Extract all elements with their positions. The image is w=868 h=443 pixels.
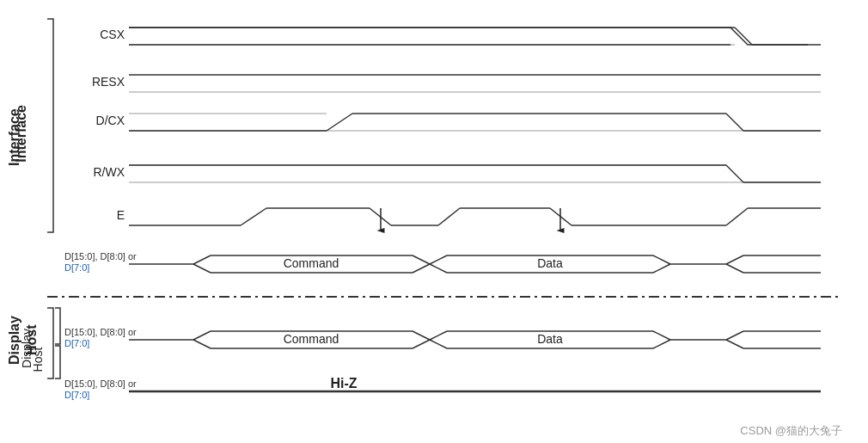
svg-line-33 (193, 255, 211, 264)
svg-text:D[7:0]: D[7:0] (64, 338, 89, 348)
svg-line-65 (726, 331, 743, 340)
svg-text:Data: Data (537, 332, 563, 346)
svg-line-41 (653, 255, 670, 264)
svg-text:Command: Command (284, 332, 339, 346)
svg-line-38 (413, 264, 430, 273)
timing-diagram-container: Interface Display Host (0, 0, 868, 443)
svg-line-35 (413, 255, 430, 264)
svg-line-36 (193, 264, 211, 273)
svg-text:D/CX: D/CX (96, 114, 125, 127)
svg-text:RESX: RESX (92, 75, 125, 89)
svg-text:D[15:0], D[8:0] or: D[15:0], D[8:0] or (64, 327, 137, 337)
svg-line-44 (653, 264, 670, 273)
svg-line-57 (413, 340, 430, 348)
svg-line-60 (653, 331, 670, 340)
svg-line-46 (726, 255, 743, 264)
svg-line-61 (430, 340, 447, 348)
svg-line-15 (726, 165, 743, 182)
svg-text:E: E (117, 208, 125, 222)
svg-line-58 (430, 331, 447, 340)
svg-text:D[7:0]: D[7:0] (64, 390, 89, 400)
svg-line-20 (241, 208, 266, 225)
svg-text:Host: Host (31, 348, 45, 372)
svg-text:D[7:0]: D[7:0] (64, 262, 89, 273)
svg-line-67 (726, 340, 743, 348)
svg-line-7 (327, 114, 352, 131)
svg-line-52 (193, 331, 211, 340)
svg-line-54 (413, 331, 430, 340)
svg-line-42 (430, 264, 447, 273)
svg-text:Data: Data (537, 256, 563, 270)
svg-text:Command: Command (284, 256, 339, 270)
diagram-svg: CSX RESX D/CX R/WX E D[15:0], D[8:0] or … (0, 0, 868, 443)
svg-line-55 (193, 340, 211, 348)
svg-text:D[15:0], D[8:0] or: D[15:0], D[8:0] or (64, 251, 137, 261)
svg-line-28 (726, 208, 748, 225)
svg-text:D[15:0], D[8:0] or: D[15:0], D[8:0] or (64, 378, 137, 389)
svg-line-39 (430, 255, 447, 264)
svg-line-24 (438, 208, 460, 225)
svg-line-63 (653, 340, 670, 348)
svg-line-1 (735, 28, 752, 45)
svg-line-9 (726, 114, 743, 131)
svg-line-48 (726, 264, 743, 273)
svg-text:Hi-Z: Hi-Z (330, 376, 357, 391)
interface-vertical-label: Interface (9, 17, 34, 249)
svg-text:CSDN @猫的大兔子: CSDN @猫的大兔子 (740, 424, 842, 437)
svg-text:CSX: CSX (100, 28, 125, 41)
svg-text:R/WX: R/WX (93, 165, 125, 179)
